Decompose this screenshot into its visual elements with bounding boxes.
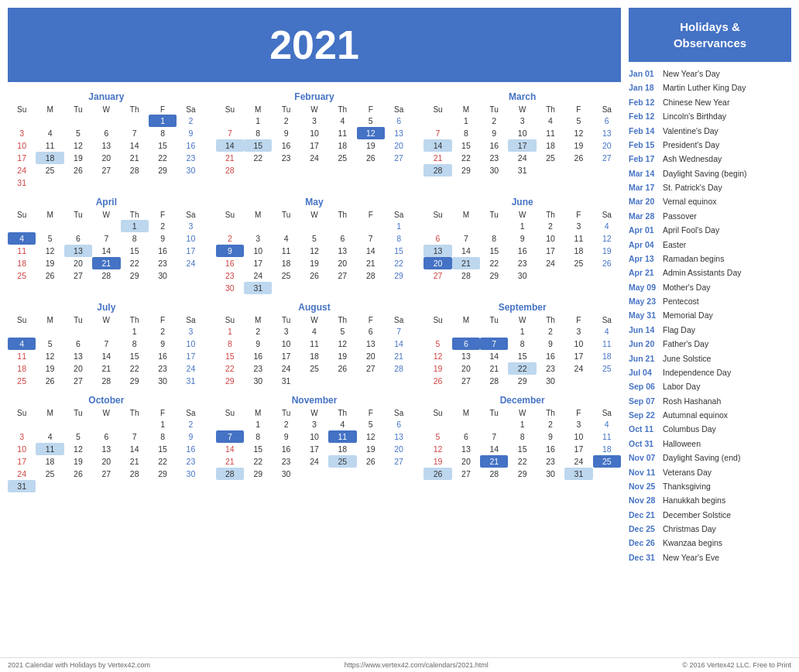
day-header-th: Th xyxy=(328,408,356,418)
sidebar-header: Holidays &Observances xyxy=(629,8,791,62)
calendar-day: 25 xyxy=(272,269,300,282)
calendar-day xyxy=(593,375,621,387)
holiday-item: Mar 14Daylight Saving (begin) xyxy=(629,166,791,180)
calendar-day: 13 xyxy=(64,350,92,362)
day-header-w: W xyxy=(508,105,536,115)
calendar-day xyxy=(121,115,149,127)
calendar-day: 15 xyxy=(216,350,244,362)
holiday-item: Jul 04Independence Day xyxy=(629,365,791,379)
day-header-tu: Tu xyxy=(64,210,92,220)
calendar-day xyxy=(564,375,592,387)
calendar-day: 10 xyxy=(300,430,328,443)
holiday-date: Dec 31 xyxy=(629,550,658,564)
day-header-m: M xyxy=(452,210,480,220)
day-header-sa: Sa xyxy=(177,315,204,325)
calendar-day: 2 xyxy=(216,232,244,245)
calendar-day: 11 xyxy=(537,127,564,139)
calendar-day xyxy=(328,164,356,177)
calendar-day: 7 xyxy=(424,127,451,139)
holiday-date: Jun 14 xyxy=(629,323,658,337)
calendar-day: 19 xyxy=(424,362,451,375)
day-header-tu: Tu xyxy=(480,315,508,325)
calendar-day: 19 xyxy=(357,443,385,455)
holiday-name: Vernal equinox xyxy=(663,194,716,208)
calendar-day: 23 xyxy=(272,455,300,468)
holiday-name: New Year's Eve xyxy=(663,550,719,564)
calendar-day: 29 xyxy=(149,468,177,480)
calendar-day xyxy=(537,164,564,177)
calendar-day xyxy=(36,115,63,127)
calendar-day xyxy=(36,325,63,338)
calendar-day: 28 xyxy=(216,468,244,480)
holiday-name: Rosh Hashanah xyxy=(663,394,721,408)
day-header-tu: Tu xyxy=(480,210,508,220)
calendar-day: 12 xyxy=(424,443,451,455)
calendar-day: 22 xyxy=(508,362,536,375)
calendar-day: 18 xyxy=(328,139,356,152)
day-header-f: F xyxy=(564,315,592,325)
calendar-day: 2 xyxy=(149,220,177,232)
calendar-day: 2 xyxy=(272,115,300,127)
day-header-m: M xyxy=(36,408,63,418)
day-header-sa: Sa xyxy=(593,408,621,418)
holiday-date: Feb 12 xyxy=(629,109,658,123)
calendar-day: 6 xyxy=(64,232,92,245)
holiday-item: Nov 28Hanukkah begins xyxy=(629,493,791,507)
calendar-day: 11 xyxy=(300,338,328,350)
calendar-day: 26 xyxy=(64,468,92,480)
calendar-day: 25 xyxy=(564,257,592,269)
calendar-day: 10 xyxy=(537,232,564,245)
calendar-day: 1 xyxy=(508,418,536,430)
calendar-day: 7 xyxy=(357,232,385,245)
calendar-day xyxy=(424,220,451,232)
calendar-day: 14 xyxy=(357,245,385,257)
holiday-date: Sep 07 xyxy=(629,394,658,408)
calendar-day: 28 xyxy=(480,468,508,480)
calendar-day: 12 xyxy=(424,350,451,362)
calendar-day: 12 xyxy=(357,127,385,139)
calendar-day: 9 xyxy=(244,338,272,350)
calendar-day: 26 xyxy=(357,152,385,164)
holiday-date: Nov 28 xyxy=(629,493,658,507)
calendar-day: 2 xyxy=(149,325,177,338)
day-header-f: F xyxy=(357,408,385,418)
calendar-day: 16 xyxy=(149,245,177,257)
calendar-day: 29 xyxy=(452,164,480,177)
calendar-day xyxy=(216,418,244,430)
months-grid: JanuarySuMTuWThFSa1234567891011121314151… xyxy=(8,91,621,492)
day-header-m: M xyxy=(244,105,272,115)
calendar-day: 15 xyxy=(480,245,508,257)
calendar-day: 15 xyxy=(149,443,177,455)
day-header-w: W xyxy=(300,105,328,115)
calendar-day: 2 xyxy=(272,418,300,430)
calendar-day: 17 xyxy=(300,443,328,455)
calendar-day: 8 xyxy=(149,127,177,139)
calendar-day: 8 xyxy=(149,430,177,443)
calendar-day xyxy=(272,164,300,177)
calendar-day: 30 xyxy=(177,164,204,177)
holiday-name: Daylight Saving (end) xyxy=(663,451,740,465)
holiday-date: Apr 04 xyxy=(629,238,658,252)
calendar-day xyxy=(216,115,244,127)
calendar-day: 1 xyxy=(244,115,272,127)
calendar-day: 15 xyxy=(244,139,272,152)
holiday-name: Memorial Day xyxy=(663,308,713,322)
calendar-day xyxy=(328,375,356,387)
calendar-day: 20 xyxy=(328,257,356,269)
day-header-w: W xyxy=(92,105,120,115)
calendar-day: 16 xyxy=(149,350,177,362)
calendar-day: 1 xyxy=(121,220,149,232)
holiday-date: Oct 11 xyxy=(629,422,658,436)
calendar-day: 4 xyxy=(593,325,621,338)
calendar-day: 14 xyxy=(121,139,149,152)
calendar-day: 10 xyxy=(508,127,536,139)
calendar-day: 26 xyxy=(300,269,328,282)
calendar-day: 6 xyxy=(64,338,92,350)
holiday-date: May 09 xyxy=(629,280,658,294)
calendar-day xyxy=(424,418,451,430)
calendar-day: 29 xyxy=(508,468,536,480)
holiday-date: Jun 20 xyxy=(629,337,658,351)
calendar-day: 26 xyxy=(36,269,63,282)
holiday-date: Sep 22 xyxy=(629,408,658,422)
holiday-date: May 31 xyxy=(629,308,658,322)
